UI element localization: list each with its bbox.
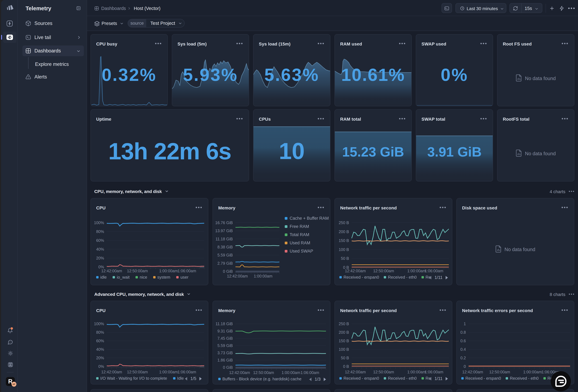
svg-text:0: 0 [464,364,466,369]
svg-text:50 B: 50 B [341,256,349,261]
svg-text:5.59 GiB: 5.59 GiB [217,253,233,257]
svg-text:1:00:00am: 1:00:00am [282,370,300,375]
svg-text:11.18 GiB: 11.18 GiB [216,322,233,326]
svg-text:0 B: 0 B [343,364,349,369]
svg-text:1:00:00am: 1:00:00am [159,370,178,374]
svg-text:0.6: 0.6 [460,339,466,343]
svg-text:2.79 GiB: 2.79 GiB [217,261,233,265]
svg-text:100%: 100% [94,322,104,326]
svg-text:1.86 GiB: 1.86 GiB [217,358,233,362]
svg-text:80%: 80% [96,229,104,234]
svg-text:13.97 GiB: 13.97 GiB [215,229,233,233]
svg-text:12:50:00am: 12:50:00am [373,370,394,374]
svg-text:20%: 20% [96,356,104,360]
svg-text:0 GiB: 0 GiB [223,365,233,370]
svg-text:0 GiB: 0 GiB [223,269,233,274]
svg-text:12:50:00am: 12:50:00am [127,269,148,273]
svg-text:12:42:00am: 12:42:00am [101,370,122,374]
svg-text:150 B: 150 B [339,238,349,243]
svg-text:100 B: 100 B [339,347,349,351]
svg-text:40%: 40% [96,347,104,351]
svg-text:50 B: 50 B [341,356,349,360]
svg-text:250 B: 250 B [339,220,349,225]
svg-text:11.18 GiB: 11.18 GiB [216,237,233,241]
svg-text:1:06:00am: 1:06:00am [300,370,319,375]
svg-text:12:50:00am: 12:50:00am [373,269,394,273]
svg-text:80%: 80% [96,330,104,335]
svg-text:12:50:00am: 12:50:00am [127,370,148,374]
svg-text:9.31 GiB: 9.31 GiB [217,329,233,333]
svg-text:1:06:00am: 1:06:00am [425,269,443,273]
svg-text:0.4: 0.4 [460,347,466,351]
svg-text:100 B: 100 B [339,247,349,252]
svg-text:1:00:00am: 1:00:00am [407,269,426,273]
svg-text:0.2: 0.2 [460,356,466,360]
svg-text:1:00:00am: 1:00:00am [523,370,542,374]
svg-text:0%: 0% [98,265,104,269]
svg-text:12:42:00am: 12:42:00am [345,370,366,374]
svg-text:60%: 60% [96,339,104,343]
svg-text:200 B: 200 B [339,330,349,335]
svg-text:12:42:00am: 12:42:00am [229,370,250,375]
svg-text:12:42:00am: 12:42:00am [462,370,483,374]
svg-text:3.73 GiB: 3.73 GiB [217,351,233,355]
svg-text:1:06:00am: 1:06:00am [178,370,196,374]
svg-text:150 B: 150 B [339,339,349,343]
svg-text:0%: 0% [98,364,104,369]
svg-text:250 B: 250 B [339,322,349,326]
svg-text:12:42:00am: 12:42:00am [101,269,122,273]
svg-text:1:00:00am: 1:00:00am [407,370,426,374]
svg-text:100%: 100% [94,220,104,225]
svg-text:12:42:00am: 12:42:00am [227,274,248,278]
svg-text:5.59 GiB: 5.59 GiB [217,343,233,348]
svg-text:1: 1 [464,322,466,326]
svg-text:1:00:00am: 1:00:00am [159,269,178,273]
svg-text:7.45 GiB: 7.45 GiB [217,336,233,341]
svg-text:16.76 GiB: 16.76 GiB [215,220,233,225]
svg-text:1:06:00am: 1:06:00am [425,370,443,374]
svg-text:40%: 40% [96,247,104,251]
svg-text:12:50:00am: 12:50:00am [253,370,274,375]
svg-text:20%: 20% [96,256,104,260]
svg-text:200 B: 200 B [339,230,349,234]
svg-text:12:50:00am: 12:50:00am [489,370,510,374]
svg-text:12:42:00am: 12:42:00am [345,269,366,273]
svg-text:8.38 GiB: 8.38 GiB [217,245,233,249]
svg-text:0.8: 0.8 [460,330,466,335]
svg-text:1:06:00am: 1:06:00am [178,269,196,273]
svg-text:1:00:00am: 1:00:00am [254,274,272,278]
svg-text:60%: 60% [96,238,104,243]
